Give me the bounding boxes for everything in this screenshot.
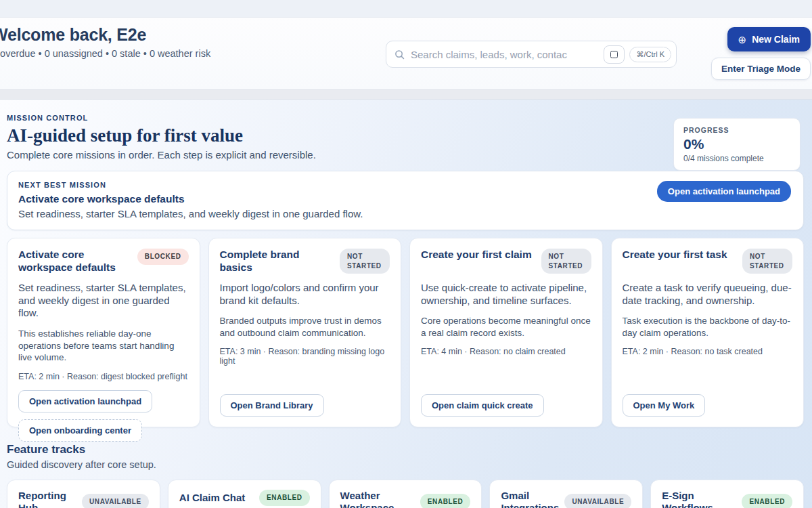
- mission-cards-grid: Activate core workspace defaults BLOCKED…: [7, 238, 804, 427]
- status-badge-not-started: NOT STARTED: [742, 249, 792, 274]
- open-claim-quick-create-button[interactable]: Open claim quick create: [421, 394, 544, 417]
- progress-detail: 0/4 missions complete: [683, 154, 790, 163]
- mission-eta: ETA: 3 min · Reason: branding missing lo…: [220, 347, 390, 366]
- new-claim-label: New Claim: [752, 34, 800, 45]
- open-activation-launchpad-cta[interactable]: Open activation launchpad: [657, 181, 791, 202]
- open-activation-launchpad-button[interactable]: Open activation launchpad: [18, 390, 152, 412]
- header-text: Welcome back, E2e 0 overdue • 0 unassign…: [0, 25, 210, 59]
- mission-eta: ETA: 2 min · Reason: no task created: [623, 347, 793, 356]
- mission-eta: ETA: 2 min · Reason: digest blocked pref…: [18, 372, 189, 381]
- status-badge-unavailable: UNAVAILABLE: [564, 494, 631, 508]
- app-header: Welcome back, E2e 0 overdue • 0 unassign…: [0, 18, 812, 89]
- top-strip: [0, 0, 812, 18]
- search-input[interactable]: [411, 49, 604, 60]
- mission-description: Set readiness, starter SLA templates, an…: [18, 282, 189, 320]
- progress-percent: 0%: [683, 136, 790, 152]
- mission-actions: Open Brand Library: [220, 394, 390, 417]
- enter-triage-mode-button[interactable]: Enter Triage Mode: [711, 58, 811, 80]
- feature-tracks-section: Feature tracks Guided discovery after co…: [7, 443, 804, 508]
- status-badge-enabled: ENABLED: [742, 494, 792, 508]
- feature-card-gmail-integrations[interactable]: Gmail Integrations UNAVAILABLE: [489, 480, 643, 508]
- mission-detail: Branded outputs improve trust in demos a…: [220, 315, 390, 339]
- open-my-work-button[interactable]: Open My Work: [623, 394, 706, 417]
- page-title: Welcome back, E2e: [0, 25, 210, 45]
- status-badge-enabled: ENABLED: [259, 490, 310, 506]
- status-badge-not-started: NOT STARTED: [340, 249, 390, 274]
- feature-title: E-Sign Workflows: [662, 490, 736, 508]
- feature-card-weather-workspace[interactable]: Weather Workspace ENABLED: [329, 480, 482, 508]
- section-divider: [0, 89, 812, 100]
- mission-description: Import logo/colors and confirm your bran…: [220, 282, 390, 307]
- feature-tracks-title: Feature tracks: [7, 443, 804, 457]
- mission-title: Create your first claim: [421, 249, 532, 261]
- mission-detail: Task execution is the backbone of day-to…: [623, 315, 793, 339]
- global-search[interactable]: ⌘/Ctrl K: [386, 41, 677, 68]
- feature-title: Weather Workspace: [340, 490, 415, 508]
- mission-card-first-claim: Create your first claim NOT STARTED Use …: [409, 238, 603, 427]
- mission-card-brand-basics: Complete brand basics NOT STARTED Import…: [208, 238, 402, 427]
- mission-actions: Open My Work: [623, 394, 793, 417]
- next-best-mission-card: NEXT BEST MISSION Activate core workspac…: [7, 171, 804, 230]
- mission-detail: Core operations become meaningful once a…: [421, 315, 591, 339]
- square-icon: [610, 51, 618, 58]
- mission-card-activate-core: Activate core workspace defaults BLOCKED…: [7, 238, 200, 427]
- feature-card-esign-workflows[interactable]: E-Sign Workflows ENABLED: [650, 480, 804, 508]
- feature-title: Reporting Hub: [18, 490, 76, 508]
- mission-title: Complete brand basics: [220, 249, 335, 274]
- feature-card-ai-claim-chat[interactable]: AI Claim Chat ENABLED: [168, 480, 321, 508]
- progress-label: PROGRESS: [683, 126, 790, 134]
- feature-cards-grid: Reporting Hub UNAVAILABLE Monitor claim …: [7, 480, 804, 508]
- status-badge-not-started: NOT STARTED: [541, 249, 591, 274]
- mission-detail: This establishes reliable day-one operat…: [18, 328, 189, 364]
- status-badge-enabled: ENABLED: [420, 494, 471, 508]
- search-icon: [394, 49, 405, 60]
- mission-title: Create your first task: [623, 249, 727, 261]
- open-onboarding-center-button[interactable]: Open onboarding center: [18, 419, 142, 442]
- progress-card: PROGRESS 0% 0/4 missions complete: [673, 118, 800, 171]
- mission-control-header: MISSION CONTROL AI-guided setup for firs…: [7, 114, 804, 161]
- status-badge-blocked: BLOCKED: [137, 249, 189, 265]
- mission-actions: Open activation launchpad Open onboardin…: [18, 390, 189, 442]
- feature-title: AI Claim Chat: [179, 492, 246, 504]
- search-mode-toggle-button[interactable]: [604, 45, 625, 64]
- mission-description: Use quick-create to activate pipeline, o…: [421, 282, 591, 307]
- status-badge-unavailable: UNAVAILABLE: [82, 494, 149, 508]
- mission-title: Activate core workspace defaults: [18, 249, 132, 274]
- feature-tracks-subtitle: Guided discovery after core setup.: [7, 459, 804, 470]
- feature-title: Gmail Integrations: [501, 490, 559, 508]
- open-brand-library-button[interactable]: Open Brand Library: [220, 394, 324, 417]
- mission-description: Create a task to verify queueing, due-da…: [623, 282, 793, 307]
- new-claim-button[interactable]: ⊕ New Claim: [727, 27, 811, 51]
- header-actions: ⊕ New Claim Enter Triage Mode: [711, 27, 811, 80]
- mission-eta: ETA: 4 min · Reason: no claim created: [421, 347, 591, 356]
- feature-card-reporting-hub[interactable]: Reporting Hub UNAVAILABLE Monitor claim …: [7, 480, 160, 508]
- header-stats: 0 overdue • 0 unassigned • 0 stale • 0 w…: [0, 48, 210, 59]
- circle-plus-icon: ⊕: [738, 35, 747, 45]
- mission-control-section: MISSION CONTROL AI-guided setup for firs…: [0, 100, 812, 508]
- keyboard-shortcut-hint: ⌘/Ctrl K: [629, 47, 671, 62]
- next-best-mission-subtitle: Set readiness, starter SLA templates, an…: [18, 208, 792, 219]
- mission-card-first-task: Create your first task NOT STARTED Creat…: [611, 238, 805, 427]
- mission-actions: Open claim quick create: [421, 394, 591, 417]
